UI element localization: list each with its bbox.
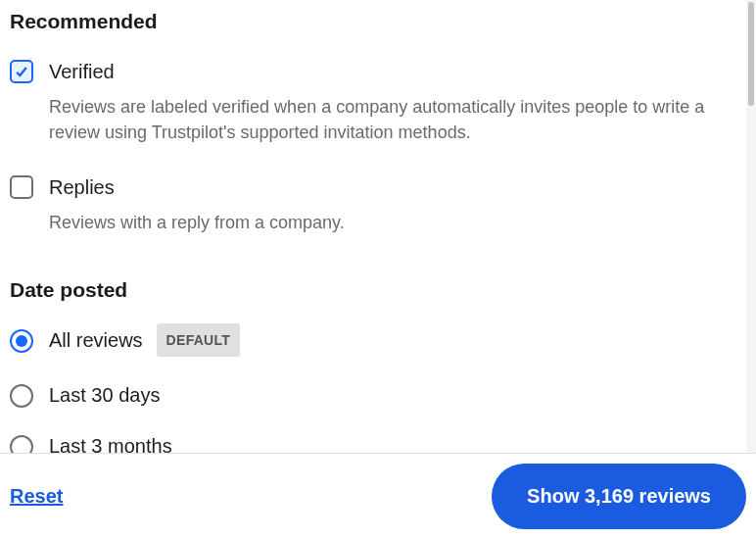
filters-scroll-area: Recommended Verified Reviews are labeled… [0,0,756,453]
verified-option: Verified [10,59,746,84]
scrollbar-thumb[interactable] [748,2,754,106]
replies-description: Reviews with a reply from a company. [49,210,734,235]
radio-all-reviews[interactable] [10,329,33,353]
radio-last-30-days-label[interactable]: Last 30 days [49,382,160,408]
replies-checkbox[interactable] [10,175,33,199]
scrollbar-track[interactable] [746,0,756,453]
radio-last-30-days[interactable] [10,384,33,408]
date-option-last30: Last 30 days [10,382,746,408]
check-icon [14,64,29,79]
footer: Reset Show 3,169 reviews [0,453,756,539]
radio-last-3-months-label[interactable]: Last 3 months [49,433,172,453]
date-posted-heading: Date posted [10,278,746,302]
date-option-all: All reviews DEFAULT [10,323,746,357]
date-option-last3m: Last 3 months [10,433,746,453]
show-reviews-button[interactable]: Show 3,169 reviews [492,464,746,529]
radio-last-3-months[interactable] [10,435,33,454]
replies-label[interactable]: Replies [49,174,115,200]
replies-option: Replies [10,174,746,200]
radio-all-reviews-label[interactable]: All reviews DEFAULT [49,323,240,357]
verified-checkbox[interactable] [10,60,33,83]
verified-label[interactable]: Verified [49,59,115,84]
reset-link[interactable]: Reset [10,485,63,508]
verified-description: Reviews are labeled verified when a comp… [49,94,734,145]
recommended-heading: Recommended [10,10,746,33]
default-badge: DEFAULT [157,323,241,357]
